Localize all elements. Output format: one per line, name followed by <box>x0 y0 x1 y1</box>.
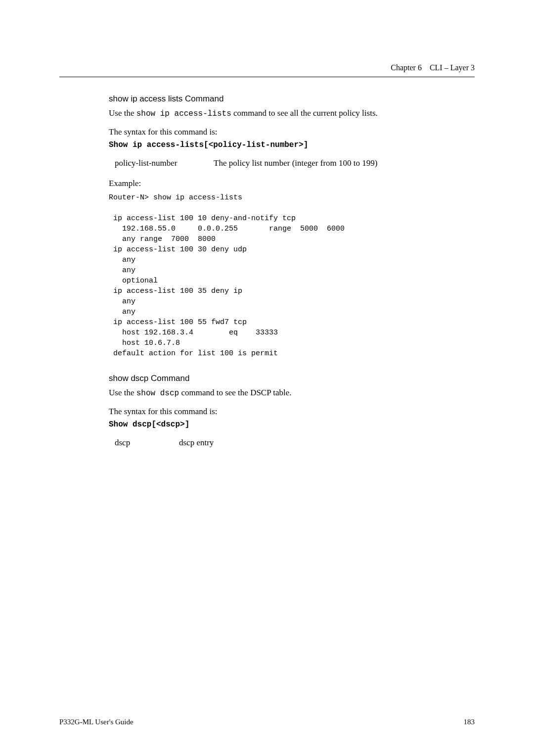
header-rule <box>59 77 475 77</box>
section2-title: show dscp Command <box>109 374 475 383</box>
section2-syntax-label: The syntax for this command is: <box>109 405 475 418</box>
section2-param-row: dscp dscp entry <box>115 438 475 448</box>
footer-guide: P332G-ML User's Guide <box>59 718 134 726</box>
section1-syntax-label: The syntax for this command is: <box>109 126 475 139</box>
section2-syntax-cmd: Show dscp[<dscp>] <box>109 420 475 429</box>
section1-param-row: policy-list-number The policy list numbe… <box>115 158 475 168</box>
chapter-title: CLI – Layer 3 <box>430 63 475 72</box>
chapter-number: Chapter 6 <box>391 63 422 72</box>
section1-param-desc: The policy list number (integer from 100… <box>214 158 377 168</box>
section1-syntax-cmd: Show ip access-lists[<policy-list-number… <box>109 141 475 149</box>
section1-param-name: policy-list-number <box>115 158 214 168</box>
section1-title: show ip access lists Command <box>109 94 475 104</box>
section1-intro-cmd: show ip access-lists <box>136 109 231 118</box>
page-footer: P332G-ML User's Guide 183 <box>59 718 475 726</box>
section1-code-block: Router-N> show ip access-lists ip access… <box>109 192 475 359</box>
section2-intro: Use the show dscp command to see the DSC… <box>109 386 475 399</box>
section2-param-name: dscp <box>115 438 179 448</box>
section2-intro-cmd: show dscp <box>136 389 179 398</box>
main-content: show ip access lists Command Use the sho… <box>109 94 475 448</box>
footer-page-number: 183 <box>464 718 475 726</box>
chapter-header: Chapter 6 CLI – Layer 3 <box>391 63 475 72</box>
section1-example-label: Example: <box>109 177 475 190</box>
section1-intro: Use the show ip access-lists command to … <box>109 107 475 120</box>
section2-param-desc: dscp entry <box>179 438 214 448</box>
